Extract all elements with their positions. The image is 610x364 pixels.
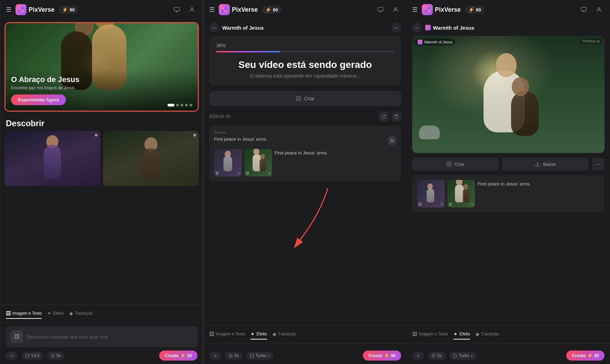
- history-delete-button[interactable]: [392, 112, 401, 121]
- tab-effect-1[interactable]: ✦ Efeito: [47, 311, 64, 317]
- hero-cta-button[interactable]: Experimente Agora: [11, 94, 66, 105]
- thumb-2[interactable]: 🖼 ✦: [244, 149, 272, 176]
- more-options-button[interactable]: ···: [592, 158, 604, 170]
- panel3-create-label: Criar: [455, 162, 464, 167]
- thumb-star-1: ✦: [237, 171, 240, 175]
- header-logo-icon-3: [425, 25, 431, 30]
- history-export-button[interactable]: [379, 112, 389, 121]
- mode-selector-2[interactable]: Turbo ♦: [246, 352, 273, 360]
- tab-label-image-text-2: Imagem e Texto: [216, 332, 245, 336]
- history-section: 2025-01-30 Prompt Find peace in Jesus' a…: [204, 112, 407, 325]
- thumb-text: Find peace in Jesus' arms.: [275, 149, 396, 176]
- duration-selector-3[interactable]: 5s: [428, 352, 445, 360]
- create-button-1[interactable]: Create ⚡ 30: [159, 351, 197, 361]
- history-thumbnails: 🖼 ✦ 🖼 ✦ Find peace in Jesus' arms.: [214, 149, 396, 176]
- profile-button-2[interactable]: [390, 4, 401, 15]
- notification-button-2[interactable]: [375, 4, 386, 15]
- tab-image-text-3[interactable]: 🖼 Imagem e Texto: [412, 331, 448, 338]
- tab-transition-3[interactable]: ◆ Transição: [476, 331, 499, 338]
- panel3-history-section: 🖼 ✦ 🖼 ✦ Find peace in Jesus' arms.: [407, 175, 610, 325]
- history-date: 2025-01-30: [209, 112, 401, 121]
- sparkle-icon-2: ✦: [251, 331, 255, 337]
- back-button-2[interactable]: ←: [209, 23, 219, 32]
- tab-image-text-2[interactable]: 🖼 Imagem e Texto: [209, 331, 245, 338]
- panel3-download-button[interactable]: Baixar: [502, 157, 589, 171]
- credits-value: 90: [70, 7, 74, 12]
- logo-icon-2: [219, 4, 230, 15]
- image-icon: 🖼: [6, 311, 11, 316]
- create-button-2[interactable]: Create ⚡ 30: [363, 351, 401, 361]
- image-upload-icon[interactable]: 🖼: [11, 331, 23, 343]
- tab-label-transition-2: Transição: [278, 332, 296, 336]
- thumb-1[interactable]: 🖼 ✦: [214, 149, 242, 176]
- create-label-3: Create: [572, 353, 586, 358]
- tab-label-transition-3: Transição: [481, 332, 499, 336]
- notification-button[interactable]: [171, 4, 182, 15]
- notification-button-3[interactable]: [578, 4, 589, 15]
- create-bolt-icon-3: ⚡: [587, 353, 593, 358]
- back-button-3[interactable]: ←: [412, 23, 422, 32]
- logo-3: PixVerse: [422, 4, 461, 15]
- settings-button-1[interactable]: [6, 352, 18, 360]
- tab-transition-2[interactable]: ◆ Transição: [273, 331, 296, 338]
- progress-bar-track: [216, 51, 394, 52]
- bolt-icon: ⚡: [62, 7, 68, 12]
- hero-dots: [167, 104, 192, 107]
- hamburger-icon-2[interactable]: ☰: [209, 6, 215, 13]
- tab-image-text-1[interactable]: 🖼 Imagem e Texto: [6, 311, 42, 317]
- discover-item-2[interactable]: [103, 131, 199, 186]
- svg-rect-1: [21, 7, 24, 10]
- panel3-thumb-text: Find peace in Jesus' arms.: [478, 180, 600, 208]
- sparkle-icon-3: ✦: [454, 331, 458, 337]
- settings-button-2[interactable]: [209, 352, 221, 360]
- hero-dot-2[interactable]: [176, 104, 179, 107]
- profile-button-3[interactable]: [593, 4, 604, 15]
- diamond-icon-3: ◆: [476, 331, 479, 337]
- svg-rect-12: [224, 10, 227, 12]
- hero-dot-5[interactable]: [190, 104, 192, 107]
- svg-line-16: [384, 115, 386, 117]
- mode-gem-icon-3: ♦: [471, 354, 473, 357]
- logo-icon: [16, 4, 27, 15]
- copy-button[interactable]: ⧉: [388, 136, 396, 145]
- panel2-generation-header: ← Warmth of Jesus ←: [204, 19, 407, 36]
- input-placeholder-1[interactable]: Descreva o conteúdo que você quer criar: [27, 334, 193, 340]
- duration-label-3: 5s: [437, 353, 442, 358]
- svg-rect-20: [250, 354, 253, 357]
- credits-badge-2: ⚡ 60: [262, 6, 281, 14]
- prompt-label: Prompt: [214, 130, 396, 134]
- duration-selector-2[interactable]: 5s: [225, 352, 242, 360]
- create-credits-2: 30: [391, 353, 396, 358]
- tab-label-effect-2: Efeito: [256, 332, 267, 336]
- hero-dot-1[interactable]: [167, 104, 174, 107]
- panel3-thumb-1[interactable]: 🖼 ✦: [417, 180, 445, 208]
- panel2-create-button[interactable]: Criar: [209, 91, 401, 106]
- hamburger-icon-3[interactable]: ☰: [412, 6, 418, 13]
- profile-button[interactable]: [186, 4, 197, 15]
- panel3-thumb-2[interactable]: 🖼 ✦: [447, 180, 475, 208]
- input-box-1: 🖼 Descreva o conteúdo que você quer cria…: [6, 326, 197, 347]
- prompt-text-wrapper: Find peace in Jesus' arms. ⧉: [214, 136, 396, 145]
- close-button-2[interactable]: ←: [392, 23, 401, 32]
- tab-transition-1[interactable]: ◆ Transição: [69, 311, 93, 317]
- progress-percentage: 36%: [216, 43, 394, 48]
- discover-grid: [0, 131, 203, 305]
- hero-dot-3[interactable]: [181, 104, 183, 107]
- version-selector-1[interactable]: V3.5: [22, 352, 43, 360]
- svg-rect-7: [26, 354, 29, 357]
- hamburger-icon[interactable]: ☰: [6, 6, 11, 13]
- panel3-create-button[interactable]: Criar: [412, 157, 499, 171]
- svg-point-18: [214, 355, 216, 356]
- tab-effect-2[interactable]: ✦ Efeito: [251, 331, 267, 338]
- settings-button-3[interactable]: [412, 352, 424, 360]
- tab-label-effect-1: Efeito: [53, 311, 64, 316]
- tab-effect-3[interactable]: ✦ Efeito: [454, 331, 470, 338]
- duration-selector-1[interactable]: 5s: [47, 352, 64, 360]
- thumb-icon-1: 🖼: [215, 171, 219, 175]
- hero-dot-4[interactable]: [185, 104, 188, 107]
- mode-selector-3[interactable]: Turbo ♦: [449, 352, 476, 360]
- svg-rect-13: [378, 7, 383, 11]
- bolt-icon-3: ⚡: [468, 7, 474, 12]
- discover-item-1[interactable]: [4, 131, 100, 186]
- create-button-3[interactable]: Create ⚡ 30: [566, 351, 604, 361]
